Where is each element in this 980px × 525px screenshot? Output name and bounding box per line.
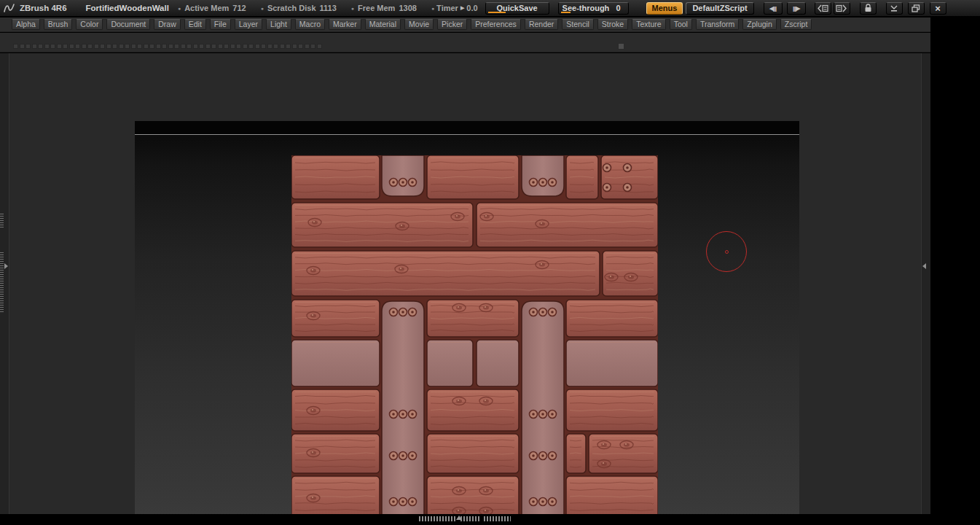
shelf-slot (137, 44, 142, 49)
shelf-resize-handle[interactable] (618, 43, 624, 50)
menu-item-brush[interactable]: Brush (44, 19, 72, 30)
doc-scroll-next-button[interactable] (834, 2, 850, 15)
shelf-slot (57, 44, 62, 49)
shelf-slot (94, 44, 99, 49)
horizontal-scrollbar-thumb[interactable] (484, 516, 511, 521)
active-mem-label: Active Mem (184, 4, 229, 12)
active-mem-value: 712 (232, 4, 246, 12)
menu-item-material[interactable]: Material (365, 19, 401, 30)
shelf-slot (286, 44, 291, 49)
close-icon: × (935, 3, 941, 14)
timer-play-icon: ▶ (460, 5, 464, 11)
shelf-slot (162, 44, 167, 49)
shelf-slot (298, 44, 303, 49)
lock-icon (864, 4, 872, 12)
menu-item-draw[interactable]: Draw (154, 19, 181, 30)
scratch-disk-value: 1113 (320, 4, 337, 12)
see-through-value: 0 (616, 4, 620, 12)
menu-item-alpha[interactable]: Alpha (12, 19, 40, 30)
shelf-slot (112, 44, 117, 49)
menu-item-light[interactable]: Light (266, 19, 291, 30)
close-button[interactable]: × (930, 2, 946, 15)
horizontal-scrollbar-thumb[interactable] (460, 516, 479, 521)
menu-item-render[interactable]: Render (525, 19, 558, 30)
shelf-slot (267, 44, 273, 49)
minimize-icon (890, 4, 898, 12)
document-title: FortifiedWoodenWall (86, 4, 169, 12)
left-scrollbar-thumb[interactable] (0, 252, 4, 312)
free-mem-stat: ● Free Mem 1308 (351, 4, 417, 12)
shelf-slot (310, 44, 315, 49)
menu-item-stencil[interactable]: Stencil (562, 19, 594, 30)
document-canvas[interactable] (135, 121, 799, 525)
shelf-slot (236, 44, 241, 49)
menus-toggle-button[interactable]: Menus (646, 2, 683, 15)
shelf-slot (205, 44, 211, 49)
bullet-icon: ● (431, 6, 434, 11)
shelf-slot (255, 44, 260, 49)
open-left-tray-icon[interactable] (4, 263, 8, 269)
menu-item-tool[interactable]: Tool (670, 19, 692, 30)
timer-display: ● Timer ▶ 0.0 (431, 4, 478, 12)
lock-button[interactable] (860, 2, 877, 15)
menu-item-transform[interactable]: Transform (696, 19, 739, 30)
doc-next-icon (836, 4, 847, 12)
zbrush-logo-icon (3, 2, 15, 14)
quicksave-button[interactable]: QuickSave (485, 2, 549, 15)
menu-item-edit[interactable]: Edit (184, 19, 206, 30)
menu-item-movie[interactable]: Movie (404, 19, 434, 30)
shelf-slot (187, 44, 192, 49)
timer-label: Timer (436, 4, 458, 12)
shelf-slot (75, 44, 80, 49)
open-right-tray-icon[interactable] (922, 263, 926, 269)
menu-item-picker[interactable]: Picker (437, 19, 467, 30)
shelf-slot (20, 44, 25, 49)
right-tray[interactable] (921, 53, 930, 514)
shelf-slot (280, 44, 285, 49)
menu-bar: AlphaBrushColorDocumentDrawEditFileLayer… (0, 18, 930, 32)
shelf-slot (63, 44, 68, 49)
minimize-button[interactable] (886, 2, 903, 15)
shelf-slot (100, 44, 105, 49)
window-controls: × (886, 2, 946, 15)
shelf-slot (106, 44, 111, 49)
left-tray[interactable] (0, 53, 9, 514)
menu-item-texture[interactable]: Texture (632, 19, 665, 30)
scrollbar-arrow-icon[interactable] (456, 516, 462, 520)
scroll-right-icon: ||||▶ (793, 5, 799, 12)
horizontal-scrollbar-thumb[interactable] (419, 516, 455, 521)
quicksave-progress-bar (488, 12, 506, 13)
menu-item-preferences[interactable]: Preferences (471, 19, 521, 30)
default-zscript-button[interactable]: DefaultZScript (686, 2, 753, 15)
shelf-slot (13, 44, 18, 49)
menu-item-stroke[interactable]: Stroke (597, 19, 628, 30)
scroll-right-button[interactable]: ||||▶ (787, 2, 806, 15)
shelf-slot (193, 44, 198, 49)
shelf-slot (149, 44, 154, 49)
memory-stats: ● Active Mem 712 ● Scratch Disk 1113 ● F… (178, 4, 417, 12)
menu-item-macro[interactable]: Macro (295, 19, 325, 30)
shelf-slot (144, 44, 149, 49)
top-shelf (0, 33, 930, 52)
see-through-slider[interactable]: See-through 0 (558, 2, 629, 15)
shelf-slot (125, 44, 130, 49)
menu-item-color[interactable]: Color (76, 19, 103, 30)
shelf-slot (26, 44, 31, 49)
left-scrollbar-thumb[interactable] (0, 214, 4, 228)
menu-item-zplugin[interactable]: Zplugin (742, 19, 776, 30)
restore-button[interactable] (908, 2, 925, 15)
scratch-disk-stat: ● Scratch Disk 1113 (261, 4, 337, 12)
shelf-slot (50, 44, 55, 49)
bullet-icon: ● (261, 6, 264, 11)
document-header-bar (135, 121, 799, 135)
menu-item-layer[interactable]: Layer (235, 19, 262, 30)
wooden-wall-texture-image[interactable] (291, 155, 658, 524)
menu-item-file[interactable]: File (210, 19, 231, 30)
scroll-left-button[interactable]: ◀|||| (764, 2, 783, 15)
menu-item-document[interactable]: Document (106, 19, 150, 30)
shelf-slot (156, 44, 161, 49)
doc-scroll-prev-button[interactable] (815, 2, 831, 15)
shelf-slot (243, 44, 248, 49)
menu-item-marker[interactable]: Marker (329, 19, 361, 30)
menu-item-zscript[interactable]: Zscript (780, 19, 812, 30)
